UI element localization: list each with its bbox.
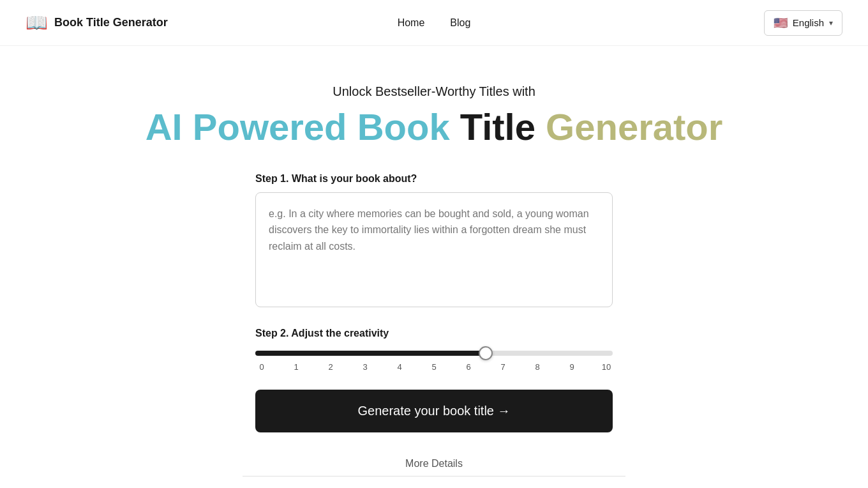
language-selector[interactable]: 🇺🇸 English ▾: [764, 10, 842, 36]
more-details-label: More Details: [13, 458, 855, 469]
hero-title-powered: Powered: [183, 106, 357, 148]
step1-section: Step 1. What is your book about?: [255, 173, 613, 310]
main-content: Step 1. What is your book about? Step 2.…: [243, 173, 625, 432]
nav-home[interactable]: Home: [398, 17, 425, 29]
navbar-nav: Home Blog: [398, 17, 471, 29]
generate-button[interactable]: Generate your book title →: [255, 390, 613, 432]
hero-title-book: Book: [357, 106, 460, 148]
brand-name: Book Title Generator: [54, 16, 168, 29]
slider-label-4: 4: [393, 362, 406, 372]
hero-title-generator: Generator: [546, 106, 722, 148]
slider-label-8: 8: [531, 362, 544, 372]
slider-label-0: 0: [255, 362, 268, 372]
brand-link[interactable]: 📖 Book Title Generator: [26, 12, 168, 33]
book-description-input[interactable]: [255, 192, 613, 307]
step1-label: Step 1. What is your book about?: [255, 173, 613, 185]
brand-icon: 📖: [26, 12, 48, 33]
hero-title-title: Title: [460, 106, 546, 148]
slider-label-7: 7: [497, 362, 509, 372]
hero-subtitle: Unlock Bestseller-Worthy Titles with: [13, 84, 855, 99]
slider-labels: 0 1 2 3 4 5 6 7 8 9 10: [255, 362, 613, 372]
slider-label-5: 5: [428, 362, 440, 372]
hero-title-ai: AI: [146, 106, 183, 148]
lang-label: English: [793, 17, 824, 28]
step2-label: Step 2. Adjust the creativity: [255, 328, 613, 339]
slider-label-2: 2: [324, 362, 337, 372]
slider-label-3: 3: [359, 362, 371, 372]
slider-label-9: 9: [565, 362, 578, 372]
slider-label-1: 1: [290, 362, 303, 372]
creativity-slider[interactable]: [255, 351, 613, 356]
more-details-divider: [243, 476, 625, 477]
slider-label-10: 10: [600, 362, 613, 372]
step2-section: Step 2. Adjust the creativity 0 1 2 3 4 …: [255, 328, 613, 372]
creativity-slider-container: 0 1 2 3 4 5 6 7 8 9 10: [255, 347, 613, 372]
slider-label-6: 6: [462, 362, 475, 372]
hero-title: AI Powered Book Title Generator: [13, 107, 855, 148]
chevron-down-icon: ▾: [829, 19, 833, 27]
nav-blog[interactable]: Blog: [450, 17, 470, 29]
more-details-section: More Details: [0, 432, 868, 488]
navbar: 📖 Book Title Generator Home Blog 🇺🇸 Engl…: [0, 0, 868, 46]
flag-icon: 🇺🇸: [774, 16, 788, 30]
hero-section: Unlock Bestseller-Worthy Titles with AI …: [0, 46, 868, 173]
